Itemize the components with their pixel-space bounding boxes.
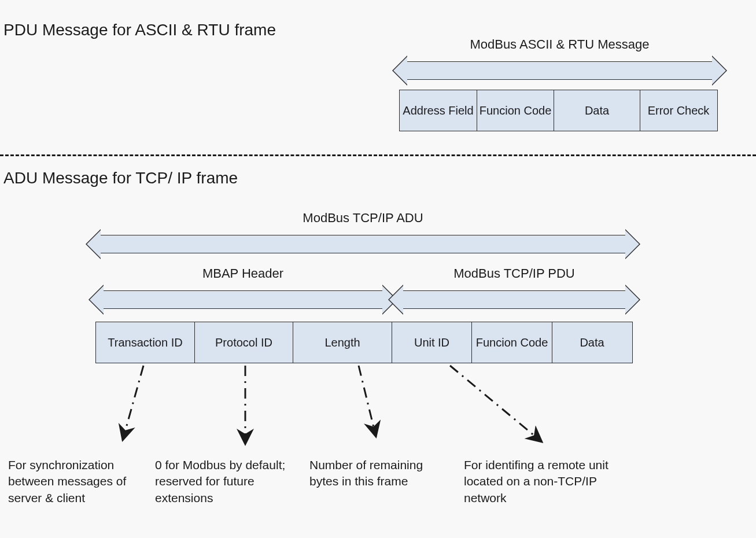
cell-data-tcp: Data [552, 322, 633, 363]
cell-length: Length [293, 322, 392, 363]
adu-heading: ADU Message for TCP/ IP frame [3, 169, 238, 187]
ascii-rtu-arrow-label: ModBus ASCII & RTU Message [399, 37, 720, 52]
cell-protocol-id: Protocol ID [194, 322, 294, 363]
adu-arrow-label: ModBus TCP/IP ADU [93, 211, 633, 226]
adu-arrow [93, 229, 633, 259]
note-protocol: 0 for Modbus by default; reserved for fu… [155, 457, 300, 506]
cell-transaction-id: Transaction ID [95, 322, 195, 363]
cell-function-code-tcp: Funcion Code [471, 322, 552, 363]
cell-unit-id: Unit ID [392, 322, 473, 363]
pdu-heading: PDU Message for ASCII & RTU frame [3, 21, 276, 39]
section-divider [0, 154, 756, 156]
cell-error-check: Error Check [640, 90, 718, 131]
pdu-cells: Address Field Funcion Code Data Error Ch… [399, 90, 718, 131]
cell-function-code-rtu: Funcion Code [477, 90, 555, 131]
note-unit: For identifing a remote unit located on … [464, 457, 609, 506]
ascii-rtu-arrow [399, 56, 720, 86]
callout-line-transaction [123, 366, 143, 440]
pdu-arrow [395, 285, 633, 315]
mbap-arrow-label: MBAP Header [95, 266, 390, 281]
callout-line-length [359, 366, 376, 437]
pdu-arrow-label: ModBus TCP/IP PDU [395, 266, 633, 281]
cell-data-rtu: Data [554, 90, 640, 131]
callout-line-unit [450, 366, 542, 442]
cell-address-field: Address Field [399, 90, 477, 131]
mbap-arrow [95, 285, 390, 315]
adu-cells: Transaction ID Protocol ID Length Unit I… [95, 322, 633, 363]
note-length: Number of remaining bytes in this frame [309, 457, 454, 490]
note-transaction: For synchronization between messages of … [8, 457, 147, 506]
